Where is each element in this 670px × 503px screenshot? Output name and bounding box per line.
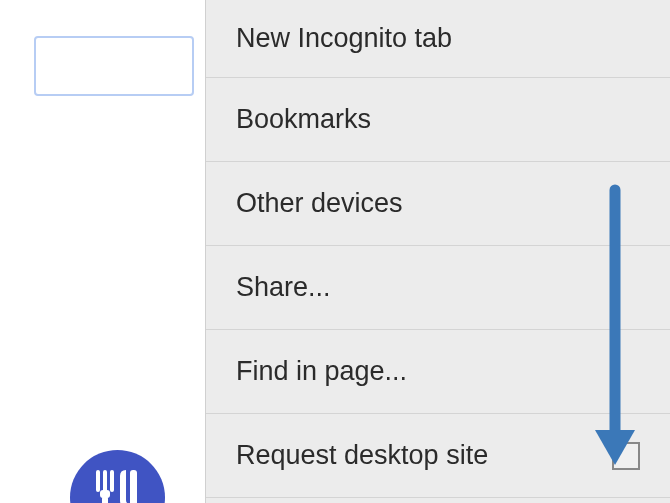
- menu-item-new-incognito-tab[interactable]: New Incognito tab: [206, 0, 670, 78]
- svg-rect-3: [110, 470, 114, 492]
- svg-rect-1: [96, 470, 100, 492]
- menu-item-label: Find in page...: [236, 356, 407, 387]
- menu-item-share[interactable]: Share...: [206, 246, 670, 330]
- menu-item-bookmarks[interactable]: Bookmarks: [206, 78, 670, 162]
- menu-item-label: Other devices: [236, 188, 403, 219]
- menu-item-label: Share...: [236, 272, 331, 303]
- menu-item-find-in-page[interactable]: Find in page...: [206, 330, 670, 414]
- svg-rect-2: [103, 470, 107, 492]
- svg-rect-6: [130, 470, 137, 503]
- menu-item-request-desktop-site[interactable]: Request desktop site: [206, 414, 670, 498]
- menu-item-label: New Incognito tab: [236, 23, 452, 54]
- menu-item-label: Request desktop site: [236, 440, 488, 471]
- request-desktop-checkbox[interactable]: [612, 442, 640, 470]
- search-input[interactable]: [34, 36, 194, 96]
- svg-rect-5: [102, 496, 108, 503]
- menu-item-label: Bookmarks: [236, 104, 371, 135]
- menu-item-other-devices[interactable]: Other devices: [206, 162, 670, 246]
- overflow-menu: New Incognito tab Bookmarks Other device…: [205, 0, 670, 503]
- svg-point-0: [70, 450, 165, 503]
- app-fork-icon: [70, 450, 165, 503]
